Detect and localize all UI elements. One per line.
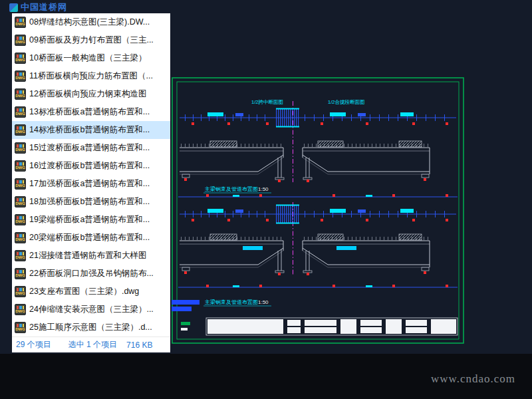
dwg-icon-text: DWG bbox=[15, 273, 25, 278]
dwg-icon-text: DWG bbox=[15, 94, 25, 98]
file-list-item[interactable]: DWG 09桥面板及剪力钉布置图（三主... bbox=[12, 31, 170, 49]
dwg-icon-text: DWG bbox=[15, 255, 25, 260]
file-list-item[interactable]: DWG 16过渡桥面板b普通钢筋布置和... bbox=[12, 157, 170, 175]
file-label: 12桥面板横向预应力钢束构造图 bbox=[29, 88, 146, 100]
dwg-file-icon: DWG bbox=[15, 286, 26, 297]
file-label: 22桥面板洞口加强及吊钩钢筋布... bbox=[29, 268, 154, 279]
dwg-icon-text: DWG bbox=[15, 219, 25, 224]
section-labels: 1/2跨中断面图 1/2合拢段断面图 bbox=[251, 99, 364, 105]
file-list-item[interactable]: DWG 22桥面板洞口加强及吊钩钢筋布... bbox=[12, 265, 170, 283]
file-label: 14标准桥面板b普通钢筋布置和... bbox=[29, 124, 150, 136]
file-list-item[interactable]: DWG 13标准桥面板a普通钢筋布置和... bbox=[12, 103, 170, 121]
status-file-size: 716 KB bbox=[126, 340, 152, 350]
dwg-icon-text: DWG bbox=[15, 130, 25, 134]
caption-1-scale: 1:50 bbox=[258, 186, 269, 192]
file-list-item[interactable]: DWG 08焊缝结构示意图(三主梁).DW... bbox=[12, 13, 170, 31]
dwg-file-icon: DWG bbox=[15, 196, 26, 207]
file-list-item[interactable]: DWG 11桥面板横向预应力筋布置图（... bbox=[12, 67, 170, 85]
dwg-icon-text: DWG bbox=[15, 291, 25, 296]
dwg-file-icon: DWG bbox=[15, 250, 26, 261]
file-label: 13标准桥面板a普通钢筋布置和... bbox=[29, 106, 150, 118]
dwg-file-icon: DWG bbox=[15, 142, 26, 154]
dwg-icon-text: DWG bbox=[15, 22, 25, 27]
divider-line-1 bbox=[178, 194, 458, 197]
file-list-item[interactable]: DWG 12桥面板横向预应力钢束构造图 bbox=[12, 85, 170, 103]
legend-bars bbox=[172, 300, 200, 311]
title-block bbox=[181, 318, 458, 335]
dwg-icon-text: DWG bbox=[15, 184, 25, 188]
dwg-icon-text: DWG bbox=[15, 201, 25, 206]
rebar-strip-1 bbox=[180, 108, 456, 128]
caption-1-text: 主梁钢束及管道布置图 bbox=[204, 186, 258, 192]
dwg-file-icon: DWG bbox=[15, 232, 26, 243]
dwg-file-icon: DWG bbox=[15, 124, 26, 136]
file-list-item[interactable]: DWG 17加强桥面板a普通钢筋布置和... bbox=[12, 175, 170, 193]
status-total-items: 29 个项目 bbox=[16, 339, 51, 350]
dwg-file-icon: DWG bbox=[15, 17, 26, 28]
dwg-file-icon: DWG bbox=[15, 88, 26, 100]
file-list-item[interactable]: DWG 18加强桥面板b普通钢筋布置和... bbox=[12, 193, 170, 211]
girder-elevation-2 bbox=[180, 234, 430, 275]
file-list-item[interactable]: DWG 21湿接缝普通钢筋布置和大样图 bbox=[12, 247, 170, 265]
file-list-item[interactable]: DWG 19梁端桥面板a普通钢筋布置和... bbox=[12, 211, 170, 229]
rebar-strip-2 bbox=[180, 205, 456, 224]
file-list-item[interactable]: DWG 23支座布置图（三主梁）.dwg bbox=[12, 283, 170, 301]
dwg-icon-text: DWG bbox=[15, 76, 25, 80]
file-label: 08焊缝结构示意图(三主梁).DW... bbox=[29, 17, 150, 28]
site-watermark-text: 中国道桥网 bbox=[21, 1, 67, 13]
file-list-item[interactable]: DWG 10桥面板一般构造图（三主梁） bbox=[12, 49, 170, 67]
section-label-right: 1/2合拢段断面图 bbox=[328, 99, 364, 105]
file-label: 15过渡桥面板a普通钢筋布置和... bbox=[29, 142, 150, 154]
file-explorer-panel: DWG 08焊缝结构示意图(三主梁).DW... DWG 09桥面板及剪力钉布置… bbox=[12, 13, 170, 352]
status-selected-items: 选中 1 个项目 bbox=[68, 339, 117, 350]
dwg-icon-text: DWG bbox=[15, 166, 25, 170]
section-label-left: 1/2跨中断面图 bbox=[251, 99, 283, 105]
status-bar: 29 个项目 选中 1 个项目 716 KB bbox=[12, 336, 170, 352]
divider-line-2 bbox=[178, 285, 458, 287]
dwg-icon-text: DWG bbox=[15, 148, 25, 152]
cad-drawing-svg: 1/2跨中断面图 1/2合拢段断面图 主梁钢束及管道布置图 1:50 主梁钢束及… bbox=[166, 74, 467, 348]
file-label: 17加强桥面板a普通钢筋布置和... bbox=[29, 178, 150, 190]
file-list-item[interactable]: DWG 20梁端桥面板b普通钢筋布置和... bbox=[12, 229, 170, 247]
dwg-icon-text: DWG bbox=[15, 309, 25, 314]
girder-elevation-1 bbox=[180, 141, 430, 182]
site-logo-icon bbox=[9, 3, 18, 12]
file-list-item[interactable]: DWG 24伸缩缝安装示意图（三主梁）... bbox=[12, 301, 170, 319]
caption-2-text: 主梁钢束及管道布置图 bbox=[204, 299, 258, 305]
caption-2-scale: 1:50 bbox=[258, 299, 269, 305]
file-label: 20梁端桥面板b普通钢筋布置和... bbox=[29, 232, 150, 243]
file-label: 11桥面板横向预应力筋布置图（... bbox=[29, 70, 153, 82]
dwg-icon-text: DWG bbox=[15, 40, 25, 45]
file-label: 10桥面板一般构造图（三主梁） bbox=[29, 53, 146, 64]
file-list: DWG 08焊缝结构示意图(三主梁).DW... DWG 09桥面板及剪力钉布置… bbox=[12, 13, 170, 336]
file-list-item[interactable]: DWG 14标准桥面板b普通钢筋布置和... bbox=[12, 121, 170, 139]
dwg-file-icon: DWG bbox=[15, 304, 26, 315]
dwg-icon-text: DWG bbox=[15, 237, 25, 242]
dwg-icon-text: DWG bbox=[15, 327, 25, 332]
dwg-icon-text: DWG bbox=[15, 58, 25, 63]
site-watermark-top: 中国道桥网 bbox=[9, 1, 67, 13]
dwg-file-icon: DWG bbox=[15, 35, 26, 46]
file-label: 24伸缩缝安装示意图（三主梁）... bbox=[29, 304, 154, 315]
dwg-file-icon: DWG bbox=[15, 106, 26, 118]
file-label: 16过渡桥面板b普通钢筋布置和... bbox=[29, 160, 150, 172]
file-list-item[interactable]: DWG 25施工顺序示意图（三主梁）.d... bbox=[12, 319, 170, 336]
dwg-file-icon: DWG bbox=[15, 178, 26, 190]
file-label: 21湿接缝普通钢筋布置和大样图 bbox=[29, 250, 146, 261]
file-label: 19梁端桥面板a普通钢筋布置和... bbox=[29, 214, 150, 225]
file-label: 25施工顺序示意图（三主梁）.d... bbox=[29, 322, 152, 333]
dwg-file-icon: DWG bbox=[15, 214, 26, 225]
dwg-file-icon: DWG bbox=[15, 160, 26, 172]
dwg-file-icon: DWG bbox=[15, 268, 26, 279]
dwg-file-icon: DWG bbox=[15, 322, 26, 333]
dwg-icon-text: DWG bbox=[15, 112, 25, 116]
caption-1: 主梁钢束及管道布置图 1:50 bbox=[203, 186, 271, 193]
dwg-file-icon: DWG bbox=[15, 53, 26, 64]
dwg-file-icon: DWG bbox=[15, 70, 26, 82]
file-label: 18加强桥面板b普通钢筋布置和... bbox=[29, 196, 150, 207]
site-watermark-bottom: www.cndao.com bbox=[431, 372, 515, 386]
caption-2: 主梁钢束及管道布置图 1:50 bbox=[203, 299, 271, 306]
cad-viewport: 1/2跨中断面图 1/2合拢段断面图 主梁钢束及管道布置图 1:50 主梁钢束及… bbox=[166, 74, 467, 348]
file-list-item[interactable]: DWG 15过渡桥面板a普通钢筋布置和... bbox=[12, 139, 170, 157]
file-label: 09桥面板及剪力钉布置图（三主... bbox=[29, 35, 154, 46]
